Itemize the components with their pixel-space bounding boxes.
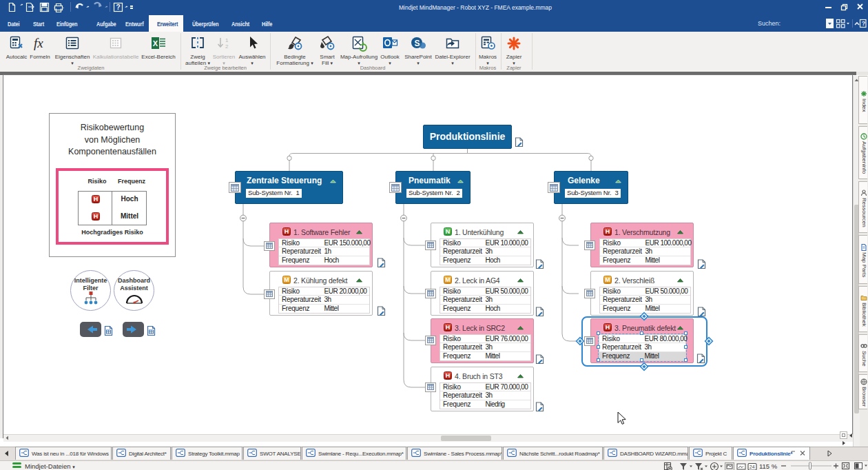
svg-text:24: 24 <box>750 464 755 469</box>
